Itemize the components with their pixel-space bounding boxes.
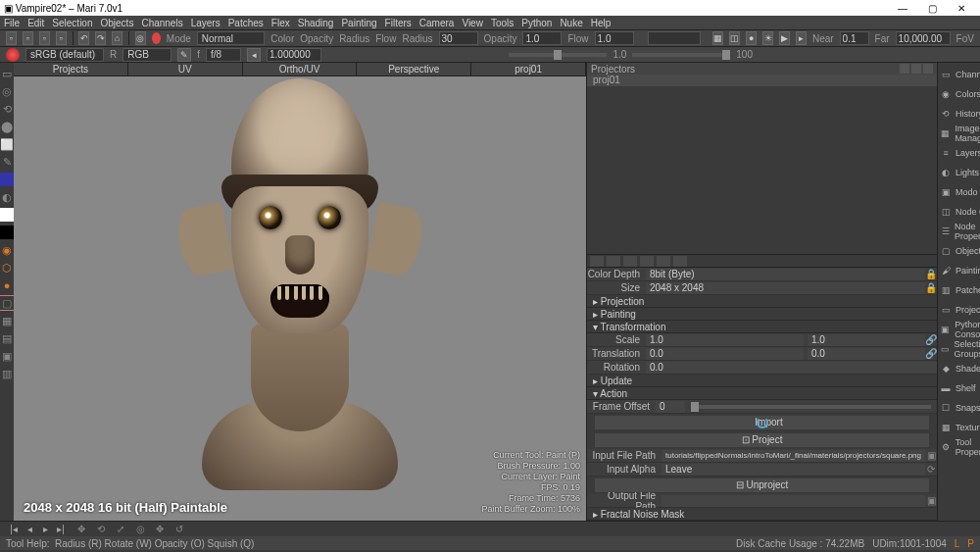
tool-move-icon[interactable]: ◎	[0, 84, 14, 98]
frame-offset-slider[interactable]	[691, 405, 931, 409]
section-action[interactable]: ▾ Action	[587, 387, 937, 400]
tool-black-icon[interactable]	[0, 226, 14, 239]
menu-view[interactable]: View	[462, 18, 483, 28]
far-input[interactable]	[896, 31, 951, 45]
menu-help[interactable]: Help	[591, 18, 612, 28]
panel-channels[interactable]: ▭Channels	[940, 67, 980, 82]
tool-t4-icon[interactable]: ▥	[0, 367, 14, 380]
tool-paint-icon[interactable]: ⬤	[0, 120, 14, 133]
color-depth-dropdown[interactable]: 8bit (Byte)	[646, 269, 925, 280]
color-chk[interactable]: Color	[270, 33, 294, 44]
radius-input[interactable]	[439, 31, 478, 45]
import-button[interactable]: Import	[595, 416, 929, 429]
scale-tool-icon[interactable]: ⤢	[114, 523, 127, 536]
tool-erase-icon[interactable]: ⬜	[0, 137, 14, 151]
wire-icon[interactable]: ◫	[729, 31, 740, 45]
slider-2[interactable]	[632, 53, 730, 57]
panel-python-console[interactable]: ▣Python Console	[940, 322, 980, 337]
grid-icon[interactable]: ▦	[712, 31, 723, 45]
translation-lock-icon[interactable]: 🔗	[925, 348, 937, 359]
new-icon[interactable]: ▫	[6, 31, 17, 45]
refresh-icon[interactable]: ⟳	[925, 464, 937, 475]
light-icon[interactable]: ☀	[762, 31, 773, 45]
redo-icon[interactable]: ↷	[95, 31, 106, 45]
home-icon[interactable]: ⌂	[112, 31, 122, 45]
output-file-input[interactable]	[662, 495, 925, 507]
panel-texture-sets[interactable]: ▦Texture Sets	[940, 420, 980, 435]
opacity-input[interactable]	[522, 31, 562, 45]
tab-proj01[interactable]: proj01	[471, 63, 586, 75]
export-icon[interactable]: ▫	[56, 31, 67, 45]
menu-file[interactable]: File	[4, 18, 20, 28]
panel-colors[interactable]: ◉Colors	[940, 86, 980, 102]
input-file-input[interactable]: tutorials/flippedNormals/introToMari/_fi…	[662, 450, 925, 462]
menu-python[interactable]: Python	[521, 18, 552, 28]
nav-prev-icon[interactable]: ◂	[24, 524, 35, 535]
tool-t3-icon[interactable]: ▣	[0, 349, 14, 363]
tool-orange2-icon[interactable]: ⬡	[0, 261, 14, 275]
undo-icon[interactable]: ↶	[78, 31, 89, 45]
exposure-input[interactable]	[267, 48, 321, 62]
proj-tool-2[interactable]	[607, 256, 620, 267]
panel-icon-2[interactable]	[911, 64, 921, 74]
fstop-dropdown[interactable]: f/8	[206, 48, 241, 62]
section-fractal[interactable]: ▸ Fractal Noise Mask	[587, 508, 937, 521]
menu-flex[interactable]: Flex	[271, 18, 290, 28]
opacity-chk[interactable]: Opacity	[300, 33, 333, 44]
menu-selection[interactable]: Selection	[52, 18, 92, 28]
color-depth-lock-icon[interactable]: 🔒	[925, 269, 937, 279]
exposure-prev-icon[interactable]: ◂	[247, 48, 261, 62]
panel-snapshots[interactable]: ☐Snapshots	[940, 400, 980, 416]
tool-t2-icon[interactable]: ▤	[0, 331, 14, 345]
rotate-tool-icon[interactable]: ⟲	[94, 523, 108, 536]
slider-1[interactable]	[509, 53, 607, 57]
menu-tools[interactable]: Tools	[491, 18, 514, 28]
tool-pick-icon[interactable]: ◐	[0, 190, 14, 204]
close-button[interactable]: ✕	[947, 3, 976, 14]
tool-orange3-icon[interactable]: ●	[0, 278, 14, 292]
colorspace-dropdown[interactable]: sRGB (default)	[25, 48, 104, 62]
section-projection[interactable]: ▸ Projection	[587, 295, 937, 308]
project-button[interactable]: ⊡ Project	[595, 433, 929, 447]
channel-dropdown[interactable]: RGB	[122, 48, 172, 62]
open-icon[interactable]: ▫	[23, 31, 33, 45]
menu-edit[interactable]: Edit	[27, 18, 44, 28]
panel-projectors[interactable]: ▭Projectors	[940, 302, 980, 318]
section-update[interactable]: ▸ Update	[587, 375, 937, 387]
tool-select-icon[interactable]: ▭	[0, 67, 14, 80]
tab-uv[interactable]: UV	[128, 63, 243, 75]
panel-node-properties[interactable]: ☰Node Properties	[940, 224, 980, 239]
tool-t1-icon[interactable]: ▦	[0, 314, 14, 327]
panel-painting[interactable]: 🖌Painting	[940, 263, 980, 278]
near-input[interactable]	[840, 31, 869, 45]
shade-icon[interactable]: ●	[746, 31, 757, 45]
menu-layers[interactable]: Layers	[191, 18, 220, 28]
nav-first-icon[interactable]: |◂	[8, 524, 20, 535]
panel-patches[interactable]: ▥Patches	[940, 282, 980, 298]
reset-tool-icon[interactable]: ↺	[172, 523, 186, 536]
panel-modo-render[interactable]: ▣Modo Render	[940, 184, 980, 200]
panel-shaders[interactable]: ◆Shaders	[940, 361, 980, 376]
menu-patches[interactable]: Patches	[228, 18, 264, 28]
scale-x-input[interactable]: 1.0	[646, 334, 804, 346]
frame-offset-input[interactable]: 0	[656, 401, 685, 413]
status-p-icon[interactable]: P	[967, 538, 974, 549]
menu-nuke[interactable]: Nuke	[560, 18, 582, 28]
menu-objects[interactable]: Objects	[101, 18, 134, 28]
tab-perspective[interactable]: Perspective	[357, 63, 471, 75]
nav-play-icon[interactable]: ▸	[39, 524, 51, 535]
unproject-button[interactable]: ⊟ Unproject	[595, 478, 929, 492]
panel-icon-1[interactable]	[900, 64, 909, 74]
scale-lock-icon[interactable]: 🔗	[925, 334, 937, 345]
anim-icon[interactable]: ▸	[796, 31, 807, 45]
section-painting[interactable]: ▸ Painting	[587, 308, 937, 321]
translation-x-input[interactable]: 0.0	[646, 348, 804, 360]
panel-shelf[interactable]: ▬Shelf	[940, 380, 980, 396]
tab-projects[interactable]: Projects	[14, 63, 128, 75]
panel-node-graph[interactable]: ◫Node Graph	[940, 204, 980, 220]
proj-tool-4[interactable]	[640, 256, 654, 267]
tool-white-icon[interactable]	[0, 208, 14, 222]
size-lock-icon[interactable]: 🔒	[925, 282, 937, 293]
proj-tool-1[interactable]	[590, 256, 604, 267]
cam-icon[interactable]: ▶	[779, 31, 790, 45]
